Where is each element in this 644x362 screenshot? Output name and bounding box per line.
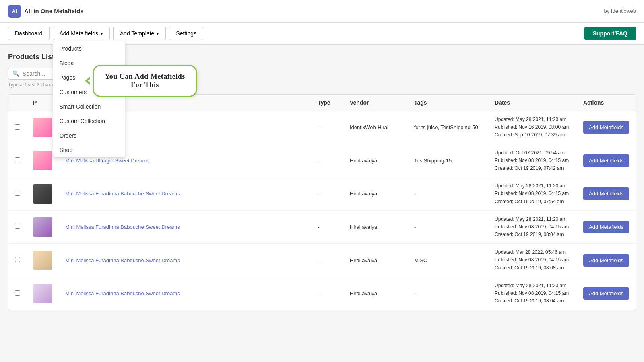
row-checkbox-cell <box>8 111 27 144</box>
chevron-down-icon: ▾ <box>101 31 103 36</box>
product-image <box>33 184 52 204</box>
row-img-cell <box>27 210 59 244</box>
row-tags-cell: - <box>408 177 488 211</box>
row-actions-cell: Add Metafields <box>577 244 636 277</box>
row-tags-cell: - <box>408 210 488 244</box>
product-title-link[interactable]: Mini Melissa Furadinha Babouche Sweet Dr… <box>65 290 180 296</box>
support-button[interactable]: Support/FAQ <box>584 27 636 40</box>
add-meta-dropdown[interactable]: Add Meta fields ▾ Products Blogs Pages C… <box>53 27 110 40</box>
menu-item-custom-collection[interactable]: Custom Collection <box>53 114 125 128</box>
row-actions-cell: Add Metafields <box>577 177 636 211</box>
col-dates: Dates <box>488 95 577 111</box>
toolbar: Dashboard Add Meta fields ▾ Products Blo… <box>0 23 644 45</box>
row-type-cell: - <box>311 210 343 244</box>
chevron-down-icon-template: ▾ <box>157 31 159 36</box>
product-title-link[interactable]: Mini Melissa Furadinha Babouche Sweet Dr… <box>65 257 180 263</box>
header: AI All in One Metafields by Identixweb <box>0 0 644 23</box>
product-title-link[interactable]: Mini Melissa Ultragirl Sweet Dreams <box>65 158 149 164</box>
row-tags-cell: furits juice, TestShipping-50 <box>408 111 488 144</box>
tooltip-bubble: You Can Add Metafields For This <box>93 65 197 97</box>
menu-item-products[interactable]: Products <box>53 41 125 56</box>
header-by: by Identixweb <box>604 8 636 14</box>
row-vendor-cell: Hiral avaiya <box>343 144 408 177</box>
search-icon: 🔍 <box>12 70 19 77</box>
add-metafields-button[interactable]: Add Metafields <box>583 121 629 134</box>
row-type-cell: - <box>311 277 343 310</box>
product-title-link[interactable]: Mini Melissa Furadinha Babouche Sweet Dr… <box>65 191 180 197</box>
row-img-cell <box>27 177 59 211</box>
col-vendor: Vendor <box>343 95 408 111</box>
row-checkbox-cell <box>8 244 27 277</box>
row-checkbox[interactable] <box>15 124 20 130</box>
row-type-cell: - <box>311 244 343 277</box>
row-checkbox[interactable] <box>15 191 20 196</box>
row-title-cell: Mini Melissa Furadinha Babouche Sweet Dr… <box>59 210 311 244</box>
menu-item-orders[interactable]: Orders <box>53 128 125 143</box>
row-dates-cell: Updated: Mar 28 2022, 05:46 amPublished:… <box>488 244 577 277</box>
row-actions-cell: Add Metafields <box>577 210 636 244</box>
row-dates-cell: Updated: Oct 07 2021, 09:54 amPublished:… <box>488 144 577 177</box>
dashboard-button[interactable]: Dashboard <box>8 27 50 40</box>
row-actions-cell: Add Metafields <box>577 277 636 310</box>
row-tags-cell: MISC <box>408 244 488 277</box>
product-image <box>33 151 52 170</box>
settings-button[interactable]: Settings <box>169 27 203 40</box>
row-checkbox[interactable] <box>15 290 20 296</box>
menu-item-smart-collection[interactable]: Smart Collection <box>53 99 125 114</box>
row-checkbox[interactable] <box>15 257 20 262</box>
row-dates-cell: Updated: May 28 2021, 11:20 amPublished:… <box>488 277 577 310</box>
product-image <box>33 118 52 137</box>
add-template-button[interactable]: Add Template ▾ <box>113 27 166 40</box>
row-checkbox-cell <box>8 277 27 310</box>
col-checkbox <box>8 95 27 111</box>
row-type-cell: - <box>311 144 343 177</box>
row-title-cell: Mini Melissa Furadinha Babouche Sweet Dr… <box>59 177 311 211</box>
row-title-cell: Mini Melissa Furadinha Babouche Sweet Dr… <box>59 244 311 277</box>
row-dates-cell: Updated: May 28 2021, 11:20 amPublished:… <box>488 111 577 144</box>
add-metafields-button[interactable]: Add Metafields <box>583 187 629 200</box>
row-tags-cell: - <box>408 277 488 310</box>
row-img-cell <box>27 277 59 310</box>
table-row: Mini Melissa Furadinha Babouche Sweet Dr… <box>8 244 636 277</box>
row-img-cell <box>27 244 59 277</box>
row-type-cell: - <box>311 177 343 211</box>
add-metafields-button[interactable]: Add Metafields <box>583 221 629 233</box>
row-vendor-cell: Hiral avaiya <box>343 177 408 211</box>
menu-item-shop[interactable]: Shop <box>53 143 125 157</box>
table-row: Mini Melissa Furadinha Babouche Sweet Dr… <box>8 277 636 310</box>
header-left: AI All in One Metafields <box>8 5 84 18</box>
row-actions-cell: Add Metafields <box>577 144 636 177</box>
row-vendor-cell: Hiral avaiya <box>343 210 408 244</box>
row-checkbox[interactable] <box>15 224 20 229</box>
row-dates-cell: Updated: May 28 2021, 11:20 amPublished:… <box>488 177 577 211</box>
row-vendor-cell: IdentixWeb-Hiral <box>343 111 408 144</box>
row-actions-cell: Add Metafields <box>577 111 636 144</box>
app-icon: AI <box>8 5 21 18</box>
add-metafields-button[interactable]: Add Metafields <box>583 287 629 300</box>
product-title-link[interactable]: Mini Melissa Furadinha Babouche Sweet Dr… <box>65 224 180 230</box>
product-image <box>33 251 52 270</box>
col-actions: Actions <box>577 95 636 111</box>
add-meta-button[interactable]: Add Meta fields ▾ <box>53 27 110 40</box>
app-title: All in One Metafields <box>24 8 84 14</box>
row-checkbox-cell <box>8 177 27 211</box>
row-type-cell: - <box>311 111 343 144</box>
row-checkbox-cell <box>8 210 27 244</box>
table-row: Mini Melissa Furadinha Babouche Sweet Dr… <box>8 210 636 244</box>
add-metafields-button[interactable]: Add Metafields <box>583 254 629 267</box>
table-row: Mini Melissa Furadinha Babouche Sweet Dr… <box>8 177 636 211</box>
product-image <box>33 217 52 237</box>
product-image <box>33 284 52 303</box>
col-type: Type <box>311 95 343 111</box>
row-title-cell: Mini Melissa Furadinha Babouche Sweet Dr… <box>59 277 311 310</box>
row-tags-cell: TestShipping-15 <box>408 144 488 177</box>
row-checkbox-cell <box>8 144 27 177</box>
row-dates-cell: Updated: May 28 2021, 11:20 amPublished:… <box>488 210 577 244</box>
col-tags: Tags <box>408 95 488 111</box>
add-metafields-button[interactable]: Add Metafields <box>583 154 629 167</box>
row-vendor-cell: Hiral avaiya <box>343 244 408 277</box>
row-checkbox[interactable] <box>15 157 20 162</box>
row-vendor-cell: Hiral avaiya <box>343 277 408 310</box>
add-meta-menu: Products Blogs Pages Customers Smart Col… <box>53 41 125 158</box>
